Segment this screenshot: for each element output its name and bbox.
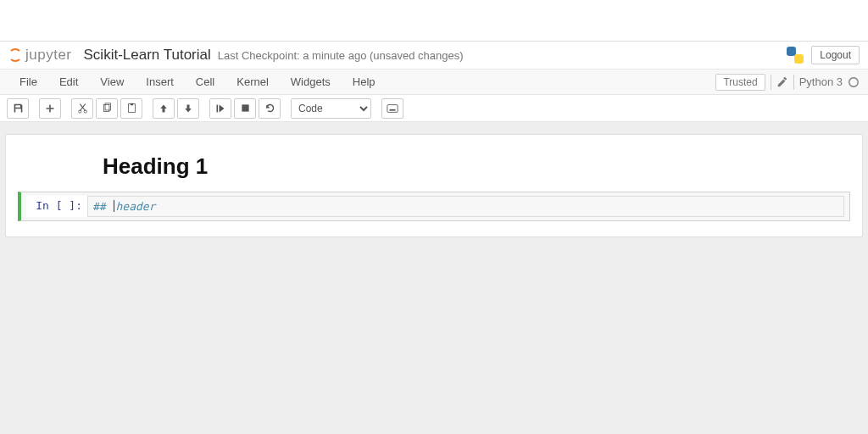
kernel-name[interactable]: Python 3	[799, 75, 843, 88]
trusted-indicator[interactable]: Trusted	[715, 74, 765, 91]
menu-view[interactable]: View	[89, 70, 135, 93]
menu-help[interactable]: Help	[342, 70, 387, 93]
svg-rect-8	[242, 104, 248, 111]
rendered-markdown-heading[interactable]: Heading 1	[103, 153, 850, 180]
paste-button[interactable]	[120, 98, 142, 119]
keyboard-icon	[387, 103, 398, 114]
svg-rect-9	[387, 104, 398, 112]
menu-insert[interactable]: Insert	[135, 70, 185, 93]
run-button[interactable]	[209, 98, 231, 119]
save-button[interactable]	[7, 98, 29, 119]
separator	[771, 75, 771, 90]
svg-rect-7	[217, 104, 219, 112]
restart-icon	[264, 103, 275, 114]
move-down-button[interactable]	[177, 98, 199, 119]
copy-button[interactable]	[96, 98, 118, 119]
svg-rect-10	[390, 108, 396, 110]
svg-point-0	[849, 77, 859, 86]
menu-widgets[interactable]: Widgets	[280, 70, 342, 93]
menu-cell[interactable]: Cell	[185, 70, 225, 93]
jupyter-icon	[8, 48, 22, 62]
move-up-button[interactable]	[153, 98, 175, 119]
menu-file[interactable]: File	[8, 70, 48, 93]
separator	[793, 75, 794, 90]
restart-button[interactable]	[259, 98, 281, 119]
insert-cell-button[interactable]	[39, 98, 61, 119]
jupyter-logo[interactable]: jupyter	[8, 47, 72, 64]
command-palette-button[interactable]	[381, 98, 403, 119]
save-icon	[13, 103, 24, 114]
arrow-down-icon	[183, 103, 193, 114]
stop-icon	[241, 103, 250, 113]
python-logo-icon	[786, 46, 804, 64]
copy-icon	[102, 103, 113, 114]
markdown-text: header	[115, 200, 155, 213]
cell-input-area[interactable]: ## header	[87, 196, 844, 217]
cut-button[interactable]	[71, 98, 93, 119]
arrow-up-icon	[159, 103, 169, 114]
menubar: File Edit View Insert Cell Kernel Widget…	[0, 70, 868, 95]
cut-icon	[77, 103, 88, 114]
kernel-status-icon	[848, 76, 860, 88]
code-cell[interactable]: In [ ]: ## header	[18, 192, 850, 221]
menu-edit[interactable]: Edit	[48, 70, 89, 93]
toolbar: Code	[0, 95, 868, 122]
menu-kernel[interactable]: Kernel	[225, 70, 280, 93]
interrupt-button[interactable]	[234, 98, 256, 119]
notebook-title[interactable]: Scikit-Learn Tutorial	[84, 47, 211, 64]
checkpoint-status: Last Checkpoint: a minute ago (unsaved c…	[218, 49, 464, 62]
notebook-container: Heading 1 In [ ]: ## header	[0, 122, 868, 434]
notebook-inner: Heading 1 In [ ]: ## header	[5, 134, 863, 237]
markdown-hash: ##	[93, 200, 107, 213]
edit-icon[interactable]	[776, 76, 788, 88]
svg-rect-6	[130, 103, 132, 105]
cell-type-select[interactable]: Code	[291, 98, 371, 119]
logout-button[interactable]: Logout	[811, 46, 860, 64]
notebook-header: jupyter Scikit-Learn Tutorial Last Check…	[0, 41, 868, 70]
run-icon	[215, 103, 225, 114]
plus-icon	[45, 103, 55, 114]
brand-label: jupyter	[25, 47, 72, 64]
cell-prompt: In [ ]:	[26, 196, 87, 217]
paste-icon	[126, 103, 137, 114]
